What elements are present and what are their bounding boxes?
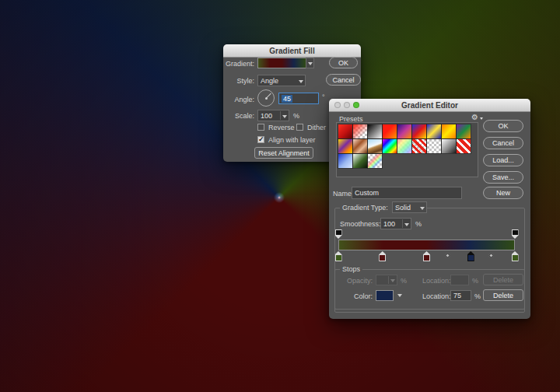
location-input[interactable]: 75 [450,290,471,301]
color-delete-button[interactable]: Delete [483,289,523,301]
stop-color-swatch[interactable] [376,290,394,301]
scale-unit: % [293,112,299,120]
preset-thumbnail-blue-to-pale-blue[interactable] [338,154,352,168]
color-stop[interactable] [379,251,386,261]
midpoint-marker[interactable] [445,253,450,258]
preset-thumbnail-yellow-violet-orange-yellow[interactable] [338,139,352,153]
preset-thumbnail-red-stripes-transparent[interactable] [412,139,426,153]
angle-input[interactable]: 45 [278,93,319,104]
preset-thumbnail-blue-yellow-blue[interactable] [427,124,441,138]
preset-thumbnail-chrome[interactable] [368,139,382,153]
chevron-down-icon[interactable] [397,294,402,299]
angle-label: Angle: [223,96,254,103]
smoothness-select[interactable]: 100 [380,218,411,229]
dither-checkbox[interactable] [296,124,303,131]
preset-thumbnail-copper[interactable] [353,139,367,153]
angle-dial[interactable] [257,89,275,107]
cancel-button[interactable]: Cancel [326,74,361,86]
ok-button[interactable]: OK [483,120,523,132]
ok-button[interactable]: OK [329,57,358,68]
preset-thumbnail-transparent-rainbow[interactable] [368,154,382,168]
name-input[interactable]: Custom [352,187,462,199]
opacity-location-label: Location: [422,277,451,285]
gradient-preview-swatch[interactable] [257,58,306,68]
color-stop[interactable] [423,251,430,261]
close-button[interactable] [334,102,341,108]
gradient-type-legend: Gradient Type: [340,201,394,213]
color-stop[interactable] [512,251,519,261]
opacity-stop[interactable] [335,229,342,239]
gear-icon[interactable]: ⚙ [471,114,478,121]
preset-thumbnail-red-to-dark-red[interactable] [338,124,352,138]
cancel-button[interactable]: Cancel [483,137,523,149]
gradient-fill-titlebar[interactable]: Gradient Fill [223,44,361,58]
align-with-layer-label: Align with layer [268,136,316,144]
preset-thumbnail-pastel-rainbow-transparent[interactable] [397,139,411,153]
preset-gradient [338,139,352,153]
gradient-editor-titlebar[interactable]: Gradient Editor [329,99,530,112]
gradient-type-select[interactable]: Solid [392,201,427,213]
color-stop-track[interactable] [338,251,515,262]
preset-thumbnail-red-white-stripes[interactable] [457,139,471,153]
gradient-fill-title: Gradient Fill [269,47,314,55]
preset-thumbnail-transparent[interactable] [427,139,441,153]
color-label: Color: [344,292,373,300]
style-select[interactable]: Angle [257,75,306,86]
new-button[interactable]: New [483,187,523,199]
color-stop[interactable] [335,251,342,261]
gradient-label: Gradient: [223,60,254,68]
scale-label: Scale: [223,112,254,120]
preset-gradient [457,139,471,153]
preset-thumbnail-white-to-black[interactable] [442,139,456,153]
preset-thumbnail-violet-orange[interactable] [397,124,411,138]
smoothness-label: Smoothness: [340,220,381,228]
preset-thumbnail-orange-yellow-orange[interactable] [442,124,456,138]
transparency-checker [427,139,441,153]
preset-gradient [457,124,471,138]
preset-thumbnail-white-green-black[interactable] [353,154,367,168]
gear-menu-caret-icon [480,117,483,121]
zoom-button[interactable] [353,102,359,108]
opacity-stop-track[interactable] [338,229,515,239]
window-controls [334,102,359,108]
chevron-down-icon [308,62,313,68]
preset-thumbnail-blue-red-yellow[interactable] [412,124,426,138]
color-stop-selected[interactable] [467,251,474,261]
align-with-layer-checkbox[interactable]: ✓ [257,136,264,143]
preset-thumbnail-black-to-white[interactable] [368,124,382,138]
opacity-stop[interactable] [512,229,519,239]
dither-label: Dither [307,124,326,131]
load-button[interactable]: Load... [483,154,523,166]
preset-gradient [368,124,382,138]
scale-select[interactable]: 100 [257,110,289,121]
opacity-label: Opacity: [344,277,373,285]
preset-thumbnail-red-to-transparent[interactable] [353,124,367,138]
angle-dial-hub [265,97,268,100]
smoothness-unit: % [415,220,422,228]
chevron-down-icon [404,223,409,229]
reverse-label: Reverse [268,124,295,131]
preset-gradient [383,124,397,138]
chevron-down-icon [282,115,287,121]
gradient-picker-dropdown[interactable] [306,58,314,68]
preset-gradient [442,139,456,153]
gradient-editor-dialog: Gradient Editor Presets ⚙ OK Cancel Load… [329,99,530,319]
reset-alignment-button[interactable]: Reset Alignment [254,147,313,159]
preset-gradient [442,124,456,138]
gradient-bar[interactable] [338,240,515,250]
preset-gradient [368,139,382,153]
opacity-location-input [450,275,469,285]
chevron-down-icon [390,279,395,285]
style-label: Style: [223,77,254,85]
preset-thumbnail-red-orange[interactable] [383,124,397,138]
save-button[interactable]: Save... [483,171,523,184]
presets-grid [337,123,478,177]
reverse-checkbox[interactable] [257,124,264,131]
gradient-editor-title: Gradient Editor [401,101,458,110]
midpoint-marker[interactable] [488,253,494,258]
minimize-button[interactable] [344,102,350,108]
preset-thumbnail-violet-green-orange[interactable] [457,124,471,138]
name-label: Name: [333,190,354,198]
preset-gradient [353,124,367,138]
preset-thumbnail-spectrum[interactable] [383,139,397,153]
